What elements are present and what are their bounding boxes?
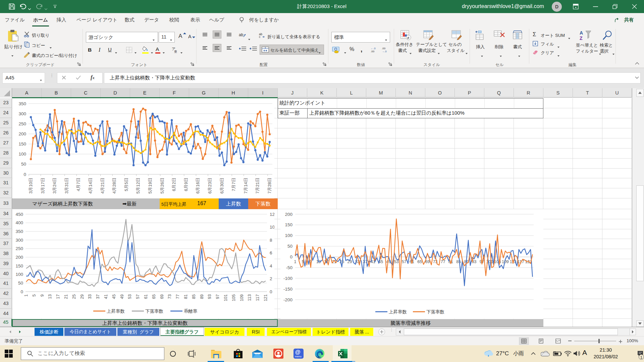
svg-text:Z: Z [580, 36, 583, 41]
svg-text:7月14日: 7月14日 [243, 178, 248, 194]
svg-text:37: 37 [96, 294, 100, 299]
svg-text:7月7日: 7月7日 [231, 178, 236, 191]
svg-text:12: 12 [270, 212, 274, 217]
svg-text:13: 13 [48, 294, 52, 299]
svg-text:57: 57 [402, 259, 407, 264]
svg-text:下落率数: 下落率数 [145, 309, 163, 314]
svg-text:5月5日: 5月5日 [124, 178, 129, 191]
svg-text:200: 200 [285, 212, 292, 217]
svg-text:1: 1 [24, 294, 29, 297]
svg-text:下落率数: 下落率数 [426, 309, 444, 314]
svg-text:65: 65 [417, 259, 422, 264]
svg-text:-100: -100 [283, 276, 292, 281]
svg-text:150: 150 [285, 223, 292, 228]
svg-text:93: 93 [207, 294, 212, 299]
svg-text:6: 6 [270, 250, 272, 255]
svg-text:21: 21 [64, 294, 68, 299]
svg-text:3月31日: 3月31日 [64, 178, 69, 194]
svg-text:450: 450 [15, 212, 23, 217]
svg-text:≠: ≠ [407, 36, 410, 40]
svg-text:17: 17 [56, 294, 60, 299]
svg-text:400: 400 [15, 220, 23, 225]
svg-text:1: 1 [294, 259, 297, 264]
svg-text:乖離率: 乖離率 [184, 309, 198, 314]
svg-text:7月28日: 7月28日 [267, 178, 272, 194]
svg-text:6月30日: 6月30日 [219, 178, 224, 194]
svg-text:57: 57 [136, 294, 140, 299]
svg-text:105: 105 [231, 294, 236, 301]
svg-text:77: 77 [175, 294, 180, 299]
svg-text:53: 53 [127, 294, 132, 299]
svg-text:-50: -50 [286, 265, 292, 270]
svg-text:73: 73 [167, 294, 172, 299]
svg-text:5月12日: 5月12日 [136, 178, 141, 194]
svg-text:300: 300 [18, 111, 26, 116]
svg-text:4月7日: 4月7日 [76, 178, 81, 191]
svg-text:150: 150 [18, 141, 26, 146]
svg-text:3月17日: 3月17日 [40, 178, 45, 194]
svg-text:109: 109 [239, 294, 244, 301]
svg-text:4: 4 [270, 263, 272, 268]
svg-text:6月16日: 6月16日 [195, 178, 200, 194]
svg-text:150: 150 [15, 263, 23, 268]
svg-text:A: A [580, 30, 583, 36]
svg-text:4月14日: 4月14日 [88, 178, 93, 194]
svg-text:50: 50 [18, 281, 23, 286]
svg-text:65: 65 [152, 294, 156, 299]
svg-text:49: 49 [120, 294, 124, 299]
svg-text:200: 200 [18, 131, 26, 136]
svg-text:c: c [259, 35, 261, 38]
svg-text:7月21日: 7月21日 [255, 178, 260, 194]
svg-text:6月9日: 6月9日 [183, 178, 189, 191]
svg-text:250: 250 [15, 246, 23, 251]
svg-text:300: 300 [15, 238, 23, 243]
svg-text:ab: ab [239, 33, 244, 37]
svg-text:50: 50 [21, 162, 26, 167]
svg-text:0: 0 [290, 254, 292, 259]
svg-text:41: 41 [104, 294, 108, 299]
svg-text:61: 61 [144, 294, 148, 299]
svg-text:6月2日: 6月2日 [171, 178, 176, 191]
svg-text:.00: .00 [382, 47, 386, 50]
svg-text:0: 0 [270, 289, 272, 294]
svg-text:33: 33 [88, 294, 92, 299]
svg-text:85: 85 [192, 294, 196, 299]
svg-text:3月10日: 3月10日 [28, 178, 33, 194]
svg-text:5: 5 [32, 294, 37, 297]
svg-text:2: 2 [270, 276, 272, 281]
svg-text:200: 200 [15, 255, 23, 260]
svg-text:0: 0 [20, 289, 23, 294]
svg-text:6月23日: 6月23日 [207, 178, 212, 194]
svg-text:121: 121 [263, 294, 268, 301]
svg-text:50: 50 [287, 244, 292, 249]
svg-text:45: 45 [112, 294, 116, 299]
svg-text:69: 69 [160, 294, 164, 299]
svg-text:350: 350 [15, 229, 23, 234]
svg-text:89: 89 [200, 294, 204, 299]
svg-text:25: 25 [72, 294, 76, 299]
svg-text:3月24日: 3月24日 [52, 178, 57, 194]
svg-text:上昇率数: 上昇率数 [389, 309, 407, 314]
svg-text:8: 8 [270, 238, 272, 243]
svg-text:117: 117 [255, 294, 260, 301]
svg-text:.00: .00 [371, 50, 375, 53]
svg-text:亜: 亜 [174, 50, 177, 53]
svg-text:4月28日: 4月28日 [112, 178, 117, 194]
svg-text:250: 250 [18, 121, 26, 126]
svg-text:100: 100 [15, 272, 23, 277]
svg-text:100: 100 [285, 233, 292, 238]
svg-text:10: 10 [270, 225, 274, 230]
svg-text:113: 113 [247, 294, 252, 301]
svg-text:-150: -150 [283, 287, 292, 292]
svg-text:350: 350 [18, 101, 26, 106]
svg-text:100: 100 [18, 152, 26, 157]
svg-text:5月19日: 5月19日 [148, 178, 153, 194]
svg-text:9: 9 [40, 294, 45, 297]
svg-text:85: 85 [456, 259, 461, 264]
svg-text:-200: -200 [283, 297, 292, 302]
svg-text:0: 0 [23, 172, 26, 177]
svg-text:81: 81 [183, 294, 188, 299]
svg-text:5月26日: 5月26日 [160, 178, 165, 194]
svg-text:97: 97 [215, 294, 220, 299]
svg-text:101: 101 [223, 294, 228, 301]
